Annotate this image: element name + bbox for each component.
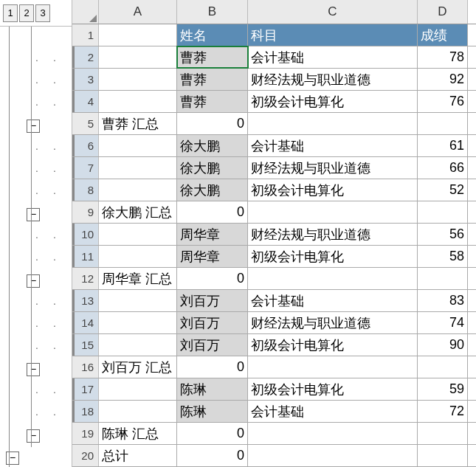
cell[interactable]: 58 xyxy=(418,246,468,267)
cell[interactable]: 74 xyxy=(418,312,468,333)
collapse-button[interactable]: − xyxy=(27,429,40,443)
column-header-D[interactable]: D xyxy=(418,0,468,24)
cell[interactable] xyxy=(99,334,177,356)
cell[interactable]: 83 xyxy=(418,290,468,311)
cell[interactable]: 陈琳 汇总 xyxy=(99,423,177,444)
column-header-C[interactable]: C xyxy=(248,0,418,24)
cell[interactable]: 52 xyxy=(418,179,468,201)
cell[interactable]: 0 xyxy=(177,423,248,444)
cell[interactable] xyxy=(248,423,418,444)
row-header[interactable]: 6 xyxy=(72,135,99,156)
row-header[interactable]: 4 xyxy=(72,91,99,112)
cell[interactable]: 曹莽 xyxy=(177,46,248,68)
column-header-B[interactable]: B xyxy=(177,0,248,24)
cell[interactable]: 科目 xyxy=(248,24,418,46)
cell[interactable] xyxy=(248,113,418,134)
cell[interactable]: 初级会计电算化 xyxy=(248,334,418,356)
row-header[interactable]: 18 xyxy=(72,401,99,422)
cell[interactable]: 徐大鹏 xyxy=(177,135,248,156)
cell[interactable]: 会计基础 xyxy=(248,46,418,68)
cell[interactable]: 陈琳 xyxy=(177,378,248,400)
cell[interactable]: 66 xyxy=(418,157,468,179)
row-header[interactable]: 20 xyxy=(72,445,99,466)
cell[interactable] xyxy=(418,445,468,466)
row-header[interactable]: 3 xyxy=(72,69,99,90)
cell[interactable]: 周华章 汇总 xyxy=(99,268,177,289)
cell[interactable]: 曹莽 xyxy=(177,69,248,90)
cell[interactable] xyxy=(248,201,418,223)
cell[interactable]: 周华章 xyxy=(177,224,248,245)
cell[interactable]: 姓名 xyxy=(177,24,248,46)
cell[interactable] xyxy=(248,356,418,378)
cell[interactable] xyxy=(99,46,177,68)
row-header[interactable]: 14 xyxy=(72,312,99,333)
cell[interactable]: 陈琳 xyxy=(177,401,248,422)
collapse-button[interactable]: − xyxy=(27,274,40,288)
outline-level-2-button[interactable]: 2 xyxy=(19,4,34,22)
collapse-button[interactable]: − xyxy=(6,452,19,465)
row-header[interactable]: 13 xyxy=(72,290,99,311)
cell[interactable] xyxy=(99,246,177,267)
cell[interactable] xyxy=(418,423,468,444)
cell[interactable]: 财经法规与职业道德 xyxy=(248,69,418,90)
row-header[interactable]: 7 xyxy=(72,157,99,179)
cell[interactable]: 成绩 xyxy=(418,24,468,46)
cell[interactable]: 财经法规与职业道德 xyxy=(248,157,418,179)
cell[interactable]: 财经法规与职业道德 xyxy=(248,224,418,245)
cell[interactable] xyxy=(99,91,177,112)
cell[interactable]: 初级会计电算化 xyxy=(248,378,418,400)
collapse-button[interactable]: − xyxy=(27,120,40,133)
cell[interactable]: 0 xyxy=(177,268,248,289)
cell[interactable]: 56 xyxy=(418,224,468,245)
cell[interactable]: 财经法规与职业道德 xyxy=(248,312,418,333)
cell[interactable]: 刘百万 xyxy=(177,312,248,333)
cell[interactable]: 徐大鹏 汇总 xyxy=(99,201,177,223)
cell[interactable]: 0 xyxy=(177,445,248,466)
row-header[interactable]: 9 xyxy=(72,201,99,223)
outline-level-1-button[interactable]: 1 xyxy=(3,4,18,22)
cell[interactable]: 90 xyxy=(418,334,468,356)
cell[interactable] xyxy=(99,224,177,245)
cell[interactable] xyxy=(418,201,468,223)
cell[interactable] xyxy=(418,113,468,134)
cell[interactable]: 0 xyxy=(177,113,248,134)
cell[interactable] xyxy=(99,290,177,311)
cell[interactable]: 76 xyxy=(418,91,468,112)
cell[interactable]: 刘百万 汇总 xyxy=(99,356,177,378)
select-all-corner[interactable] xyxy=(72,0,99,24)
cell[interactable]: 78 xyxy=(418,46,468,68)
cell[interactable] xyxy=(99,24,177,46)
cell[interactable]: 0 xyxy=(177,201,248,223)
row-header[interactable]: 16 xyxy=(72,356,99,378)
cell[interactable]: 徐大鹏 xyxy=(177,157,248,179)
row-header[interactable]: 12 xyxy=(72,268,99,289)
cell[interactable]: 徐大鹏 xyxy=(177,179,248,201)
cell[interactable]: 刘百万 xyxy=(177,290,248,311)
row-header[interactable]: 17 xyxy=(72,378,99,400)
cell[interactable]: 初级会计电算化 xyxy=(248,179,418,201)
column-header-A[interactable]: A xyxy=(99,0,177,24)
cell[interactable] xyxy=(99,312,177,333)
cell[interactable]: 59 xyxy=(418,378,468,400)
cell[interactable]: 曹莽 汇总 xyxy=(99,113,177,134)
cell[interactable]: 61 xyxy=(418,135,468,156)
cell[interactable]: 曹莽 xyxy=(177,91,248,112)
cell[interactable] xyxy=(99,401,177,422)
cell[interactable]: 周华章 xyxy=(177,246,248,267)
row-header[interactable]: 19 xyxy=(72,423,99,444)
row-header[interactable]: 8 xyxy=(72,179,99,201)
row-header[interactable]: 5 xyxy=(72,113,99,134)
cell[interactable]: 初级会计电算化 xyxy=(248,246,418,267)
collapse-button[interactable]: − xyxy=(27,363,40,376)
cell[interactable]: 92 xyxy=(418,69,468,90)
cell[interactable]: 72 xyxy=(418,401,468,422)
cell[interactable]: 会计基础 xyxy=(248,290,418,311)
cell[interactable] xyxy=(99,135,177,156)
row-header[interactable]: 15 xyxy=(72,334,99,356)
cell[interactable] xyxy=(418,268,468,289)
cell[interactable]: 会计基础 xyxy=(248,135,418,156)
row-header[interactable]: 1 xyxy=(72,24,99,46)
cell[interactable] xyxy=(99,157,177,179)
cell[interactable] xyxy=(99,69,177,90)
row-header[interactable]: 2 xyxy=(72,46,99,68)
